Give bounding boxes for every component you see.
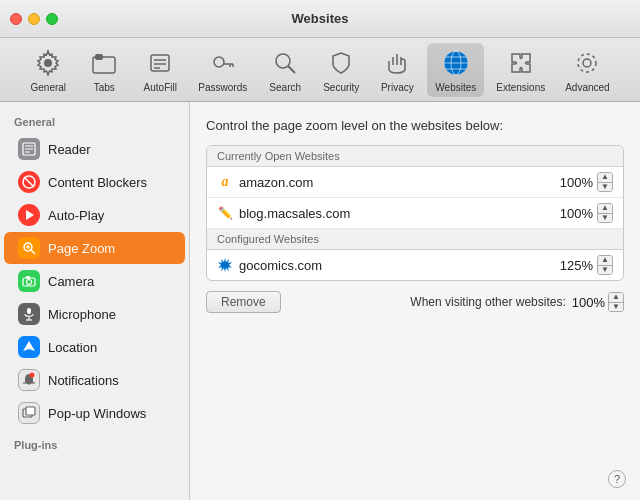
sidebar-item-camera[interactable]: Camera xyxy=(4,265,185,297)
toolbar-label-general: General xyxy=(31,82,67,93)
toolbar-label-advanced: Advanced xyxy=(565,82,609,93)
popups-icon xyxy=(18,402,40,424)
amazon-zoom: 100% xyxy=(560,175,593,190)
currently-open-header: Currently Open Websites xyxy=(207,146,623,167)
table-row: gocomics.com 125% ▲ ▼ xyxy=(207,250,623,280)
help-button[interactable]: ? xyxy=(608,470,626,488)
other-zoom: 100% ▲ ▼ xyxy=(572,292,624,312)
svg-point-20 xyxy=(578,54,596,72)
sidebar-item-reader[interactable]: Reader xyxy=(4,133,185,165)
toolbar-label-privacy: Privacy xyxy=(381,82,414,93)
table-row: a amazon.com 100% ▲ ▼ xyxy=(207,167,623,198)
content-description: Control the page zoom level on the websi… xyxy=(206,118,624,133)
toolbar-label-tabs: Tabs xyxy=(94,82,115,93)
sidebar-item-pop-up-windows[interactable]: Pop-up Windows xyxy=(4,397,185,429)
other-zoom-down[interactable]: ▼ xyxy=(609,303,623,312)
svg-line-12 xyxy=(288,66,295,73)
svg-rect-42 xyxy=(26,407,35,415)
table-row: ✏️ blog.macsales.com 100% ▲ ▼ xyxy=(207,198,623,229)
toolbar-item-autofill[interactable]: AutoFill xyxy=(134,43,186,97)
macsales-zoom-down[interactable]: ▼ xyxy=(598,214,612,223)
other-zoom-value: 100% xyxy=(572,295,605,310)
toolbar-item-websites[interactable]: Websites xyxy=(427,43,484,97)
toolbar-label-autofill: AutoFill xyxy=(144,82,177,93)
sidebar-item-location[interactable]: Location xyxy=(4,331,185,363)
toolbar-label-websites: Websites xyxy=(435,82,476,93)
svg-rect-35 xyxy=(27,308,31,314)
microphone-icon xyxy=(18,303,40,325)
page-zoom-icon xyxy=(18,237,40,259)
amazon-zoom-stepper[interactable]: ▲ ▼ xyxy=(597,172,613,192)
svg-rect-34 xyxy=(26,276,30,279)
reader-icon xyxy=(18,138,40,160)
toolbar-item-advanced[interactable]: Advanced xyxy=(557,43,617,97)
websites-table: Currently Open Websites a amazon.com 100… xyxy=(206,145,624,281)
sidebar-item-label-microphone: Microphone xyxy=(48,307,116,322)
toolbar-item-general[interactable]: General xyxy=(22,43,74,97)
configured-header: Configured Websites xyxy=(207,229,623,250)
svg-marker-27 xyxy=(26,210,34,220)
toolbar-item-tabs[interactable]: Tabs xyxy=(78,43,130,97)
search-icon xyxy=(269,47,301,79)
autofill-icon xyxy=(144,47,176,79)
auto-play-icon xyxy=(18,204,40,226)
sidebar-item-label-pop-up-windows: Pop-up Windows xyxy=(48,406,146,421)
macsales-url: blog.macsales.com xyxy=(239,206,560,221)
camera-icon xyxy=(18,270,40,292)
sidebar-item-notifications[interactable]: Notifications xyxy=(4,364,185,396)
svg-point-0 xyxy=(44,59,52,67)
sidebar-item-label-reader: Reader xyxy=(48,142,91,157)
svg-rect-2 xyxy=(95,54,103,60)
toolbar-item-extensions[interactable]: Extensions xyxy=(488,43,553,97)
gear-icon xyxy=(32,47,64,79)
toolbar-item-search[interactable]: Search xyxy=(259,43,311,97)
minimize-button[interactable] xyxy=(28,13,40,25)
svg-marker-38 xyxy=(23,341,35,351)
toolbar-label-passwords: Passwords xyxy=(198,82,247,93)
tabs-icon xyxy=(88,47,120,79)
toolbar-item-passwords[interactable]: Passwords xyxy=(190,43,255,97)
toolbar-label-search: Search xyxy=(269,82,301,93)
gocomics-zoom-stepper[interactable]: ▲ ▼ xyxy=(597,255,613,275)
close-button[interactable] xyxy=(10,13,22,25)
macsales-zoom-stepper[interactable]: ▲ ▼ xyxy=(597,203,613,223)
svg-point-11 xyxy=(276,54,290,68)
svg-point-33 xyxy=(27,280,32,285)
svg-point-40 xyxy=(30,373,35,378)
shield-icon xyxy=(325,47,357,79)
content-blockers-icon xyxy=(18,171,40,193)
sidebar-item-label-location: Location xyxy=(48,340,97,355)
svg-point-19 xyxy=(583,59,591,67)
sidebar-item-content-blockers[interactable]: Content Blockers xyxy=(4,166,185,198)
remove-button[interactable]: Remove xyxy=(206,291,281,313)
toolbar-item-security[interactable]: Security xyxy=(315,43,367,97)
advanced-icon xyxy=(571,47,603,79)
globe-icon xyxy=(440,47,472,79)
sidebar-item-label-content-blockers: Content Blockers xyxy=(48,175,147,190)
macsales-zoom: 100% xyxy=(560,206,593,221)
key-icon xyxy=(207,47,239,79)
content-area-wrapper: Control the page zoom level on the websi… xyxy=(190,102,640,500)
sidebar-item-microphone[interactable]: Microphone xyxy=(4,298,185,330)
other-zoom-stepper[interactable]: ▲ ▼ xyxy=(608,292,624,312)
amazon-icon: a xyxy=(217,174,233,190)
gocomics-zoom: 125% xyxy=(560,258,593,273)
sidebar-item-auto-play[interactable]: Auto-Play xyxy=(4,199,185,231)
amazon-zoom-down[interactable]: ▼ xyxy=(598,183,612,192)
title-bar: Websites xyxy=(0,0,640,38)
location-icon xyxy=(18,336,40,358)
bottom-bar: Remove When visiting other websites: 100… xyxy=(206,291,624,313)
sidebar-item-page-zoom[interactable]: Page Zoom xyxy=(4,232,185,264)
other-websites: When visiting other websites: 100% ▲ ▼ xyxy=(410,292,624,312)
sidebar-section-general: General xyxy=(0,112,189,132)
maximize-button[interactable] xyxy=(46,13,58,25)
sidebar-item-label-notifications: Notifications xyxy=(48,373,119,388)
hand-icon xyxy=(381,47,413,79)
main-area: General Reader Content Blockers xyxy=(0,102,640,500)
gocomics-zoom-down[interactable]: ▼ xyxy=(598,266,612,275)
toolbar: General Tabs AutoFill xyxy=(0,38,640,102)
content: Control the page zoom level on the websi… xyxy=(190,102,640,500)
toolbar-item-privacy[interactable]: Privacy xyxy=(371,43,423,97)
other-websites-label: When visiting other websites: xyxy=(410,295,565,309)
amazon-url: amazon.com xyxy=(239,175,560,190)
